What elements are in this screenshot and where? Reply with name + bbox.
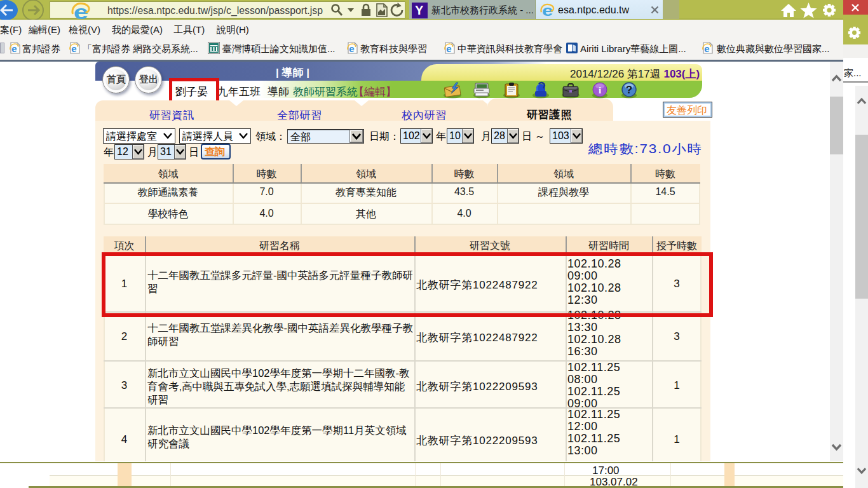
svg-text:e: e: [704, 43, 709, 54]
svg-text:?: ?: [626, 84, 632, 96]
svg-text:e: e: [349, 43, 354, 54]
svg-text:e: e: [71, 43, 76, 54]
svg-text:i: i: [599, 85, 601, 95]
svg-text:e: e: [446, 43, 451, 54]
svg-text:e: e: [11, 43, 17, 54]
